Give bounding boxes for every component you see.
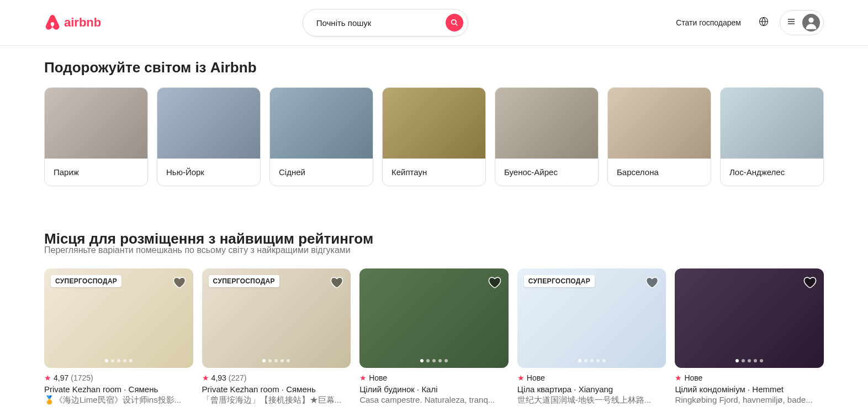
destination-image <box>721 88 823 159</box>
destination-card[interactable]: Сідней <box>269 87 373 186</box>
rating-row: ★Нове <box>675 373 824 382</box>
new-label: Нове <box>527 373 545 382</box>
star-icon: ★ <box>359 373 367 382</box>
superhost-badge: СУПЕРГОСПОДАР <box>524 275 595 287</box>
destinations-title: Подорожуйте світом із Airbnb <box>44 59 824 76</box>
listing-card[interactable]: СУПЕРГОСПОДАР ★Нове Ціла квартира · Xian… <box>517 268 666 405</box>
heart-icon <box>172 275 187 289</box>
listing-card[interactable]: СУПЕРГОСПОДАР ★4,97(1725) Private Kezhan… <box>44 268 193 405</box>
listings-subtitle: Перегляньте варіанти помешкань по всьому… <box>44 245 824 255</box>
listing-type: Private Kezhan room · Сямень <box>202 384 351 394</box>
star-icon: ★ <box>675 373 682 382</box>
rating-row: ★Нове <box>359 373 509 382</box>
rating-value: 4,97 <box>54 373 68 382</box>
wishlist-button[interactable] <box>172 275 187 292</box>
header: airbnb Почніть пошук Стати господарем <box>0 0 868 46</box>
globe-icon <box>759 17 769 27</box>
star-icon: ★ <box>44 373 51 382</box>
destination-card[interactable]: Париж <box>44 87 148 186</box>
rating-row: ★4,93(227) <box>202 373 351 382</box>
logo[interactable]: airbnb <box>44 14 101 31</box>
rating-count: (1725) <box>71 373 93 382</box>
superhost-badge: СУПЕРГОСПОДАР <box>51 275 121 287</box>
listings-row: СУПЕРГОСПОДАР ★4,97(1725) Private Kezhan… <box>44 268 824 405</box>
logo-text: airbnb <box>64 15 101 30</box>
destination-label: Лос-Анджелес <box>721 159 823 186</box>
heart-icon <box>488 275 502 289</box>
search-button[interactable] <box>446 14 463 31</box>
carousel-dots <box>262 359 290 362</box>
destination-image <box>45 88 147 159</box>
listing-name: Ringkøbing Fjord, havnemiljø, bade... <box>675 395 824 404</box>
svg-line-1 <box>455 24 457 26</box>
destination-label: Париж <box>45 159 147 186</box>
rating-value: 4,93 <box>211 373 226 382</box>
rating-row: ★Нове <box>517 373 666 382</box>
carousel-dots <box>420 359 448 362</box>
wishlist-button[interactable] <box>488 275 502 292</box>
rating-row: ★4,97(1725) <box>44 373 193 382</box>
heart-icon <box>803 275 817 289</box>
listing-type: Цілий кондомініум · Hemmet <box>675 384 824 394</box>
destination-label: Барселона <box>608 159 711 186</box>
svg-point-0 <box>451 20 456 24</box>
star-icon: ★ <box>202 373 209 382</box>
destination-image <box>270 88 373 159</box>
listing-image: СУПЕРГОСПОДАР <box>202 268 351 368</box>
new-label: Нове <box>684 373 702 382</box>
listing-name: 世纪大道国润城-地铁一号线上林路... <box>517 395 666 405</box>
destination-image <box>157 88 260 159</box>
destination-label: Кейптаун <box>383 159 485 186</box>
destination-label: Буенос-Айрес <box>495 159 598 186</box>
destination-card[interactable]: Лос-Анджелес <box>720 87 824 186</box>
listing-card[interactable]: СУПЕРГОСПОДАР ★4,93(227) Private Kezhan … <box>202 268 351 405</box>
carousel-dots <box>578 359 606 362</box>
wishlist-button[interactable] <box>645 275 659 292</box>
listing-image: СУПЕРГОСПОДАР <box>44 268 193 368</box>
listing-name: Casa campestre. Naturaleza, tranq... <box>359 395 509 404</box>
destination-image <box>608 88 711 159</box>
search-bar[interactable]: Почніть пошук <box>303 9 468 36</box>
airbnb-logo-icon <box>44 14 61 31</box>
search-icon <box>451 19 458 27</box>
wishlist-button[interactable] <box>803 275 817 292</box>
listing-name: 🏅《海边Lime民宿》设计师ins投影... <box>44 395 193 405</box>
listing-name: 「曾厝垵海边」【接机接站】★巨幕... <box>202 395 351 405</box>
language-button[interactable] <box>752 10 775 35</box>
listing-card[interactable]: ★Нове Цілий кондомініум · Hemmet Ringkøb… <box>675 268 824 405</box>
destination-label: Сідней <box>270 159 373 186</box>
wishlist-button[interactable] <box>330 275 344 292</box>
rating-count: (227) <box>229 373 247 382</box>
destination-image <box>495 88 598 159</box>
carousel-dots <box>735 359 763 362</box>
listing-card[interactable]: ★Нове Цілий будинок · Калі Casa campestr… <box>359 268 509 405</box>
become-host-link[interactable]: Стати господарем <box>669 12 748 34</box>
superhost-badge: СУПЕРГОСПОДАР <box>209 275 279 287</box>
listing-type: Цілий будинок · Калі <box>359 384 509 394</box>
listing-image: СУПЕРГОСПОДАР <box>517 268 666 368</box>
listing-type: Ціла квартира · Xianyang <box>517 384 666 394</box>
svg-point-7 <box>808 18 813 23</box>
destination-card[interactable]: Кейптаун <box>382 87 486 186</box>
search-placeholder: Почніть пошук <box>316 18 446 28</box>
star-icon: ★ <box>517 373 525 382</box>
destination-image <box>383 88 485 159</box>
heart-icon <box>645 275 659 289</box>
listing-type: Private Kezhan room · Сямень <box>44 384 193 394</box>
heart-icon <box>330 275 344 289</box>
carousel-dots <box>105 359 133 362</box>
destination-card[interactable]: Барселона <box>607 87 711 186</box>
destination-card[interactable]: Нью-Йорк <box>157 87 261 186</box>
user-menu[interactable] <box>780 10 824 35</box>
listing-image <box>359 268 509 368</box>
destinations-row: Париж Нью-Йорк Сідней Кейптаун Буенос-Ай… <box>44 87 824 186</box>
destination-label: Нью-Йорк <box>157 159 260 186</box>
menu-icon <box>787 17 796 28</box>
header-right: Стати господарем <box>669 10 824 35</box>
avatar <box>802 14 820 31</box>
listing-image <box>675 268 824 368</box>
main-content: Подорожуйте світом із Airbnb Париж Нью-Й… <box>0 46 868 411</box>
destination-card[interactable]: Буенос-Айрес <box>495 87 599 186</box>
new-label: Нове <box>369 373 387 382</box>
